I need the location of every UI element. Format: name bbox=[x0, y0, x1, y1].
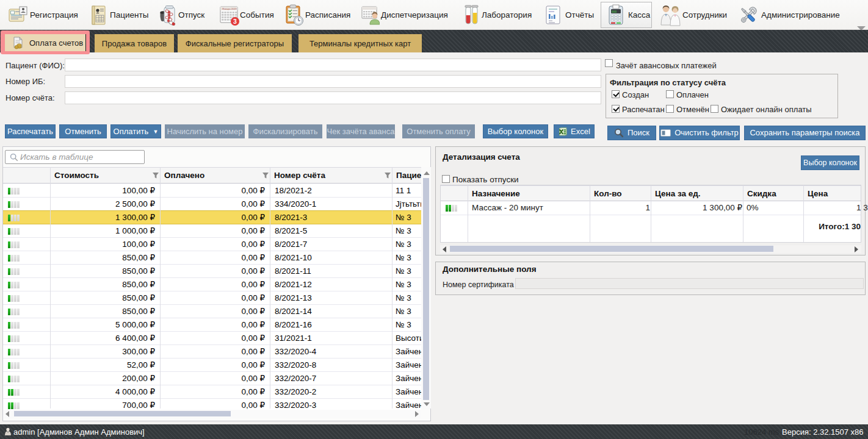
svg-text:3: 3 bbox=[233, 18, 237, 25]
svg-text:888: 888 bbox=[612, 10, 617, 13]
svg-text:Январь 2019: Январь 2019 bbox=[222, 7, 237, 10]
